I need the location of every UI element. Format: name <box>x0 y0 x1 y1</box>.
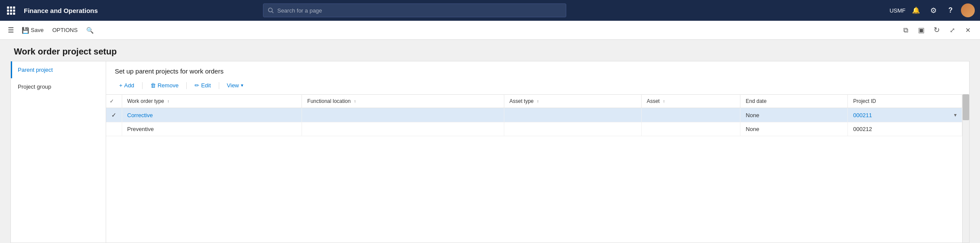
row1-check-icon: ✓ <box>111 112 117 118</box>
col-label-project-id: Project ID <box>853 98 876 104</box>
toolbar-right-icons: ⧉ ▣ ↻ ⤢ ✕ <box>899 23 975 37</box>
nav-right-area: USMF 🔔 ⚙ ? <box>889 3 975 17</box>
help-button[interactable]: ? <box>944 3 957 17</box>
search-bar-wrapper: Search for a page <box>263 3 566 17</box>
row1-end-date-cell[interactable]: None <box>740 108 848 122</box>
row2-asset-cell[interactable] <box>641 122 740 136</box>
col-header-project-id[interactable]: Project ID <box>848 95 962 108</box>
row2-functional-location-cell[interactable] <box>302 122 504 136</box>
left-nav-label-parent-project: Parent project <box>18 67 53 73</box>
settings-button[interactable]: ⚙ <box>926 3 940 17</box>
edit-button[interactable]: ✏ Edit <box>190 80 215 91</box>
toolbar-search-button[interactable]: 🔍 <box>83 25 97 36</box>
col-header-end-date[interactable]: End date <box>740 95 848 108</box>
app-title: Finance and Operations <box>24 7 98 14</box>
row2-work-order-type-cell[interactable]: Preventive <box>122 122 302 136</box>
table-scroll[interactable]: ✓ Work order type ↑ Functional location … <box>106 94 962 243</box>
row1-asset-type-cell[interactable] <box>504 108 641 122</box>
search-placeholder: Search for a page <box>277 7 322 14</box>
pencil-icon: ✏ <box>195 82 199 89</box>
left-nav-item-project-group[interactable]: Project group <box>11 78 106 95</box>
row2-project-id-cell[interactable]: 000212 <box>848 122 962 136</box>
page-title-bar: Work order project setup <box>0 40 980 61</box>
left-nav: Parent project Project group <box>11 61 106 243</box>
search-icon <box>268 7 274 13</box>
row2-work-order-type: Preventive <box>127 126 154 132</box>
row1-check-cell: ✓ <box>106 108 122 122</box>
view-chevron-icon: ▾ <box>241 83 243 88</box>
close-button[interactable]: ✕ <box>961 23 975 37</box>
col-label-asset-type: Asset type <box>509 98 534 104</box>
hamburger-icon: ☰ <box>8 27 14 34</box>
row2-project-id: 000212 <box>853 126 872 132</box>
scrollbar-thumb[interactable] <box>963 94 969 120</box>
grid-toolbar: + Add 🗑 Remove ✏ Edit View ▾ <box>106 78 969 94</box>
left-nav-label-project-group: Project group <box>18 83 51 90</box>
add-label: Add <box>124 82 134 89</box>
app-menu-button[interactable] <box>5 5 17 16</box>
col-label-functional-location: Functional location <box>307 98 350 104</box>
search-bar[interactable]: Search for a page <box>263 3 566 17</box>
check-icon: ✓ <box>110 98 114 104</box>
row1-work-order-type: Corrective <box>127 112 153 118</box>
open-in-new-button[interactable]: ⤢ <box>945 23 959 37</box>
view-button[interactable]: View ▾ <box>223 80 248 91</box>
row1-project-id: 000211 <box>853 112 872 118</box>
row2-asset-type-cell[interactable] <box>504 122 641 136</box>
top-nav-bar: Finance and Operations Search for a page… <box>0 0 980 21</box>
col-label-asset: Asset <box>647 98 660 104</box>
svg-point-0 <box>268 8 272 12</box>
data-table: ✓ Work order type ↑ Functional location … <box>106 94 962 136</box>
col-header-functional-location[interactable]: Functional location ↑ <box>302 95 504 108</box>
svg-line-1 <box>272 12 273 13</box>
separator-1 <box>142 82 143 89</box>
table-wrapper: ✓ Work order type ↑ Functional location … <box>106 94 969 243</box>
left-nav-item-parent-project[interactable]: Parent project <box>11 61 106 78</box>
separator-3 <box>219 82 219 89</box>
col-header-work-order-type[interactable]: Work order type ↑ <box>122 95 302 108</box>
secondary-toolbar: ☰ 💾 Save OPTIONS 🔍 ⧉ ▣ ↻ ⤢ ✕ <box>0 21 980 40</box>
sort-arrow-functional-location: ↑ <box>354 99 356 104</box>
col-label-work-order-type: Work order type <box>127 98 164 104</box>
trash-icon: 🗑 <box>150 82 156 89</box>
sort-arrow-asset: ↑ <box>663 99 665 104</box>
remove-button[interactable]: 🗑 Remove <box>146 80 183 91</box>
remove-label: Remove <box>158 82 178 89</box>
save-label: Save <box>31 27 44 33</box>
table-row[interactable]: ✓ Corrective <box>106 108 962 122</box>
col-header-asset-type[interactable]: Asset type ↑ <box>504 95 641 108</box>
row1-functional-location-cell[interactable] <box>302 108 504 122</box>
hamburger-menu-button[interactable]: ☰ <box>5 25 16 36</box>
user-label: USMF <box>889 7 905 14</box>
view-label: View <box>227 82 239 89</box>
table-row[interactable]: Preventive <box>106 122 962 136</box>
user-avatar[interactable] <box>961 3 975 17</box>
vertical-scrollbar[interactable] <box>962 94 969 243</box>
office-button[interactable]: ▣ <box>914 23 928 37</box>
related-links-button[interactable]: ⧉ <box>899 23 912 37</box>
row1-project-id-cell[interactable]: 000211 ▾ <box>848 108 962 122</box>
row2-end-date-cell[interactable]: None <box>740 122 848 136</box>
right-panel-heading: Set up parent projects for work orders <box>106 61 969 78</box>
options-label: OPTIONS <box>52 27 78 33</box>
table-header-row: ✓ Work order type ↑ Functional location … <box>106 95 962 108</box>
add-button[interactable]: + Add <box>115 80 139 91</box>
options-button[interactable]: OPTIONS <box>49 25 81 35</box>
save-icon: 💾 <box>22 27 29 34</box>
row1-dropdown-arrow[interactable]: ▾ <box>954 112 957 118</box>
sort-arrow-work-order-type: ↑ <box>167 99 169 104</box>
col-header-asset[interactable]: Asset ↑ <box>641 95 740 108</box>
col-label-end-date: End date <box>746 98 766 104</box>
row1-work-order-type-cell[interactable]: Corrective <box>122 108 302 122</box>
refresh-button[interactable]: ↻ <box>930 23 944 37</box>
content-layout: Parent project Project group Set up pare… <box>10 61 970 243</box>
save-button[interactable]: 💾 Save <box>18 25 47 36</box>
notifications-button[interactable]: 🔔 <box>909 3 923 17</box>
row2-check-cell <box>106 122 122 136</box>
edit-label: Edit <box>201 82 211 89</box>
row1-asset-cell[interactable] <box>641 108 740 122</box>
row1-end-date: None <box>746 112 759 118</box>
separator-2 <box>186 82 187 89</box>
col-header-check: ✓ <box>106 95 122 108</box>
toolbar-search-icon: 🔍 <box>86 27 94 34</box>
